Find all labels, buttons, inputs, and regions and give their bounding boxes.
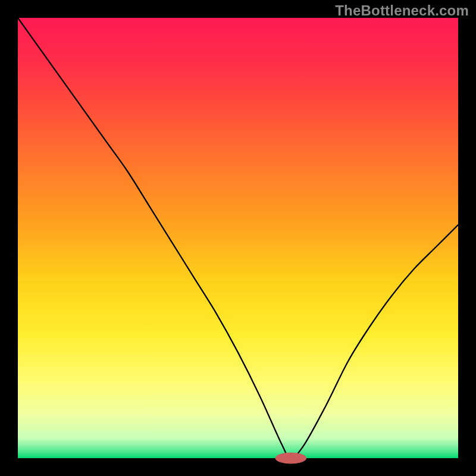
watermark-text: TheBottleneck.com [335,2,469,19]
bottleneck-chart [0,0,476,476]
plot-background [18,18,458,458]
optimal-marker [275,453,306,464]
chart-container: TheBottleneck.com [0,0,476,476]
